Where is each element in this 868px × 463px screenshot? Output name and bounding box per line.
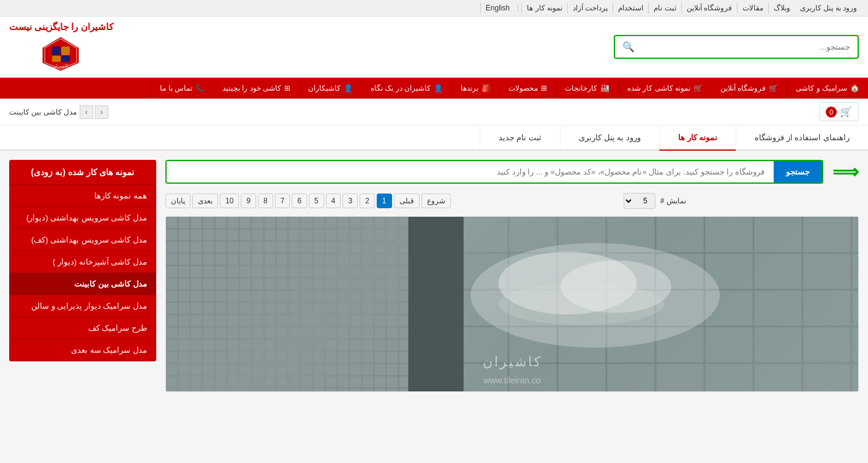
brand-watermark: کاشیران — [483, 354, 542, 370]
nav-item-9[interactable]: 📞 تماس با ما — [151, 78, 213, 99]
nav-icon-2: 🛒 — [693, 84, 703, 92]
nav-item-4[interactable]: ⊞ محصولات — [499, 78, 556, 99]
nav-item-8[interactable]: ⊞ کاشی خود را بچینید — [213, 78, 299, 99]
top-bar: English | نمونه کار ها پرداخت آزاد استخد… — [0, 0, 868, 17]
main-content: ⟹ جستجو نمایش # 5 10 20 پایان بعدی 10 9 — [0, 160, 868, 401]
page-7-btn[interactable]: 7 — [275, 194, 290, 208]
tab-bar: راهنمای استفاده از فروشگاه نمونه کار ها … — [0, 126, 868, 151]
url-watermark: www.tileiran.co — [483, 375, 540, 385]
sidebar-item-1[interactable]: مدل کاشی سرویس بهداشتی (دیوار) — [9, 207, 156, 229]
breadcrumb-text: مدل کاشی بین کابینت — [9, 108, 77, 116]
nav-item-2[interactable]: 🛒 نمونه کاشی کار شده — [618, 78, 711, 99]
page-next-btn[interactable]: بعدی — [192, 194, 218, 208]
cart-badge: 0 — [826, 107, 837, 118]
page-show-label: نمایش # — [660, 197, 686, 205]
breadcrumb-prev-arrow[interactable]: ‹ — [95, 105, 108, 119]
content-area: ⟹ جستجو نمایش # 5 10 20 پایان بعدی 10 9 — [165, 160, 859, 392]
svg-rect-2 — [52, 47, 61, 55]
nav-icon-5: 🎒 — [481, 84, 491, 92]
page-show: نمایش # 5 10 20 — [624, 193, 686, 209]
nav-item-1[interactable]: 🛒 فروشگاه آنلاین — [711, 78, 787, 99]
top-bar-links: English | نمونه کار ها پرداخت آزاد استخد… — [480, 2, 862, 13]
topbar-link-1[interactable]: پرداخت آزاد — [567, 2, 613, 13]
page-5-btn[interactable]: 5 — [309, 194, 324, 208]
page-1-btn[interactable]: 1 — [377, 194, 392, 208]
sidebar-item-5[interactable]: مدل سرامیک دیوار پذیرایی و سالن — [9, 295, 156, 317]
header-logo: کاشیران را جایگزینی نیست کاشیران — [9, 21, 113, 72]
page-10-btn[interactable]: 10 — [220, 194, 239, 208]
page-3-btn[interactable]: 3 — [342, 194, 358, 208]
nav-item-0[interactable]: 🏠 سرامیک و کاشی — [787, 78, 868, 99]
sidebar-item-3[interactable]: مدل کاشی آشپزخانه (دیوار ) — [9, 251, 156, 273]
nav-item-3[interactable]: 🏭 کارخانجات — [556, 78, 618, 99]
svg-rect-5 — [61, 56, 70, 62]
product-image-container: کاشیران www.tileiran.co — [165, 216, 859, 392]
sidebar-item-2[interactable]: مدل کاشی سرویس بهداشتی (کف) — [9, 229, 156, 251]
breadcrumb-bar: 🛒 0 ‹ › مدل کاشی بین کابینت — [0, 99, 868, 126]
page-6-btn[interactable]: 6 — [292, 194, 307, 208]
sidebar: نمونه های کار شده (به زودی) همه نمونه کا… — [9, 160, 156, 392]
topbar-link-5[interactable]: مقالات — [737, 2, 768, 13]
product-image: کاشیران www.tileiran.co — [166, 217, 858, 391]
page-4-btn[interactable]: 4 — [326, 194, 341, 208]
breadcrumb-arrows: ‹ › — [80, 105, 108, 119]
cart-button[interactable]: 🛒 0 — [819, 102, 859, 121]
page-start-btn[interactable]: شروع — [421, 194, 451, 208]
page-9-btn[interactable]: 9 — [241, 194, 256, 208]
content-search-wrapper: ⟹ جستجو — [165, 160, 859, 184]
svg-rect-11 — [166, 217, 409, 391]
tab-3[interactable]: ثبت نام جدید — [480, 126, 560, 151]
header-search-input[interactable] — [642, 37, 858, 56]
breadcrumb: ‹ › مدل کاشی بین کابینت — [9, 105, 108, 119]
topbar-link-3[interactable]: ثبت نام — [648, 2, 681, 13]
nav-bar: 🏠 سرامیک و کاشی 🛒 فروشگاه آنلاین 🛒 نمونه… — [0, 78, 868, 99]
page-8-btn[interactable]: 8 — [258, 194, 273, 208]
page-end-btn[interactable]: پایان — [165, 194, 191, 208]
topbar-link-4[interactable]: فروشگاه آنلاین — [681, 2, 737, 13]
svg-point-18 — [498, 283, 664, 325]
nav-item-7[interactable]: 👤 کاشیکاران — [299, 78, 361, 99]
header-search-container: 🔍 ⟸ — [614, 35, 859, 59]
nav-item-6[interactable]: 👤 کاشیران در یک نگاه — [361, 78, 451, 99]
sidebar-item-6[interactable]: طرح سرامیک کف — [9, 317, 156, 339]
cart-icon: 🛒 — [840, 106, 852, 118]
nav-icon-8: ⊞ — [284, 84, 290, 92]
content-search-arrow-icon: ⟹ — [832, 161, 859, 183]
header: 🔍 ⟸ کاشیران را جایگزینی نیست کاشیران — [0, 17, 868, 78]
tab-2[interactable]: ورود به پنل کاربری — [560, 126, 659, 151]
nav-icon-9: 📞 — [195, 84, 205, 92]
page-show-select[interactable]: 5 10 20 — [624, 193, 655, 209]
nav-icon-1: 🛒 — [769, 84, 778, 92]
topbar-link-0[interactable]: نمونه کار ها — [521, 2, 567, 13]
breadcrumb-next-arrow[interactable]: › — [80, 105, 93, 119]
nav-icon-6: 👤 — [434, 84, 443, 92]
nav-icon-4: ⊞ — [541, 84, 547, 92]
content-search-input[interactable] — [167, 161, 774, 183]
sidebar-box: نمونه های کار شده (به زودی) همه نمونه کا… — [9, 160, 156, 361]
sidebar-item-0[interactable]: همه نمونه کارها — [9, 185, 156, 207]
sidebar-item-4[interactable]: مدل کاشی بین کابینت — [9, 273, 156, 295]
logo-icon: کاشیران — [41, 36, 81, 72]
svg-rect-12 — [409, 217, 464, 391]
tab-0[interactable]: راهنمای استفاده از فروشگاه — [736, 126, 868, 151]
topbar-link-2[interactable]: استخدام — [613, 2, 648, 13]
svg-rect-3 — [61, 47, 70, 55]
nav-icon-7: 👤 — [344, 84, 353, 92]
topbar-link-6[interactable]: وبلاگ — [768, 2, 795, 13]
content-search-box: جستجو — [165, 160, 823, 184]
nav-item-5[interactable]: 🎒 برندها — [451, 78, 499, 99]
search-icon: 🔍 — [622, 42, 635, 52]
header-search-button[interactable]: 🔍 — [615, 36, 642, 58]
svg-text:کاشیران: کاشیران — [53, 64, 69, 69]
tab-1[interactable]: نمونه کار ها — [659, 126, 736, 151]
sidebar-item-7[interactable]: مدل سرامیک سه بعدی — [9, 339, 156, 361]
content-search-button[interactable]: جستجو — [774, 161, 822, 183]
topbar-link-7[interactable]: ورود به پنل کاربری — [795, 2, 862, 13]
topbar-link-english[interactable]: English — [480, 2, 515, 13]
pagination-buttons: پایان بعدی 10 9 8 7 6 5 4 3 2 1 قبلی شرو… — [165, 194, 451, 208]
page-prev-btn[interactable]: قبلی — [394, 194, 420, 208]
nav-icon-0: 🏠 — [850, 84, 859, 92]
page-2-btn[interactable]: 2 — [360, 194, 375, 208]
sidebar-title: نمونه های کار شده (به زودی) — [9, 160, 156, 185]
brand-slogan: کاشیران را جایگزینی نیست — [9, 21, 113, 32]
